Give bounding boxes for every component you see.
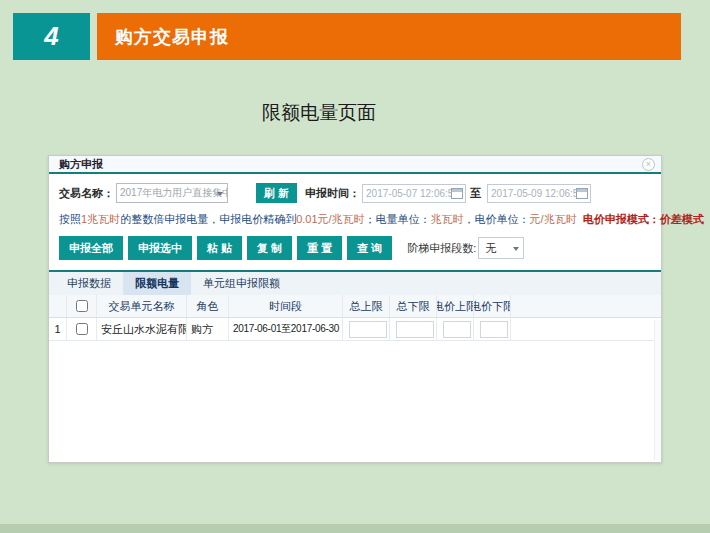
header-unit-name: 交易单元名称 (97, 295, 187, 317)
row-index: 1 (49, 318, 67, 340)
note-text: 的整数倍申报电量，申报电价精确到 (120, 213, 296, 225)
time-to-input[interactable]: 2017-05-09 12:06:57 (487, 184, 591, 203)
note-value: 兆瓦时 (431, 213, 464, 225)
table-header-row: 交易单元名称 角色 时间段 总上限 总下限 电价上限 电价下限 (49, 295, 661, 318)
header-price-lower: 电价下限 (474, 295, 511, 317)
tab-strip: 申报数据 限额电量 单元组申报限额 (49, 270, 661, 295)
transaction-name-value: 2017年电力用户直接集中交易模拟 (120, 187, 228, 198)
app-window: 购方申报 × 交易名称： 2017年电力用户直接集中交易模拟 刷 新 申报时间：… (48, 155, 662, 463)
window-title: 购方申报 (59, 157, 642, 172)
row-price-lower-cell (474, 318, 511, 340)
header-checkbox-cell (67, 295, 97, 317)
quota-table: 交易单元名称 角色 时间段 总上限 总下限 电价上限 电价下限 1 安丘山水水泥… (49, 295, 661, 341)
vertical-scrollbar[interactable] (654, 320, 661, 460)
paste-button[interactable]: 粘 贴 (197, 236, 242, 260)
section-title-bar: 购方交易申报 (97, 13, 681, 60)
declare-form-row: 交易名称： 2017年电力用户直接集中交易模拟 刷 新 申报时间： 2017-0… (49, 174, 661, 203)
query-button[interactable]: 查 询 (347, 236, 392, 260)
header-index (49, 295, 67, 317)
ladder-segments-label: 阶梯申报段数: (407, 241, 476, 256)
row-price-upper-cell (437, 318, 474, 340)
total-lower-input[interactable] (396, 321, 434, 338)
section-number: 4 (44, 21, 58, 52)
note-value: 1兆瓦时 (81, 213, 120, 225)
row-checkbox[interactable] (76, 323, 88, 335)
price-upper-input[interactable] (443, 321, 471, 338)
row-filler (511, 318, 661, 340)
slide-page: { "slide": { "section_number": "4", "sec… (0, 0, 710, 533)
note-text: 按照 (59, 213, 81, 225)
time-from-value: 2017-05-07 12:06:57 (366, 188, 451, 199)
declare-rule-note: 按照1兆瓦时的整数倍申报电量，申报电价精确到0.01元/兆瓦时；电量单位：兆瓦时… (49, 203, 661, 227)
toolbar: 申报全部 申报选中 粘 贴 复 制 重 置 查 询 阶梯申报段数: 无 (49, 227, 661, 260)
tab-quota-energy[interactable]: 限额电量 (123, 272, 191, 295)
close-icon[interactable]: × (642, 158, 655, 171)
note-value: 元/兆瓦时 (530, 213, 577, 225)
time-to-value: 2017-05-09 12:06:57 (491, 188, 576, 199)
slide-footer-strip (0, 524, 710, 533)
ladder-segments-value: 无 (485, 242, 496, 254)
header-period: 时间段 (229, 295, 343, 317)
section-title: 购方交易申报 (115, 25, 229, 49)
chevron-down-icon (513, 247, 519, 251)
select-all-checkbox[interactable] (76, 300, 88, 312)
declare-time-label: 申报时间： (305, 186, 360, 201)
copy-button[interactable]: 复 制 (247, 236, 292, 260)
window-content: 交易名称： 2017年电力用户直接集中交易模拟 刷 新 申报时间： 2017-0… (49, 174, 661, 460)
row-unit-name: 安丘山水水泥有限公司 (97, 318, 187, 340)
calendar-icon[interactable] (451, 188, 463, 199)
price-lower-input[interactable] (480, 321, 508, 338)
header-filler (511, 295, 661, 317)
declare-all-button[interactable]: 申报全部 (59, 236, 123, 260)
table-row: 1 安丘山水水泥有限公司 购方 2017-06-01至2017-06-30 (49, 318, 661, 341)
row-period: 2017-06-01至2017-06-30 (229, 318, 343, 340)
tab-unit-group-quota[interactable]: 单元组申报限额 (191, 272, 292, 295)
declare-selected-button[interactable]: 申报选中 (128, 236, 192, 260)
time-from-input[interactable]: 2017-05-07 12:06:57 (362, 184, 466, 203)
transaction-name-label: 交易名称： (59, 186, 114, 201)
reset-button[interactable]: 重 置 (297, 236, 342, 260)
ladder-segments-select[interactable]: 无 (478, 237, 524, 259)
header-total-lower: 总下限 (390, 295, 437, 317)
header-total-upper: 总上限 (343, 295, 390, 317)
row-checkbox-cell (67, 318, 97, 340)
refresh-button[interactable]: 刷 新 (256, 183, 297, 203)
window-titlebar: 购方申报 × (49, 156, 661, 174)
total-upper-input[interactable] (349, 321, 387, 338)
note-text: ；电量单位： (365, 213, 431, 225)
to-label: 至 (470, 186, 481, 201)
header-price-upper: 电价上限 (437, 295, 474, 317)
row-total-upper-cell (343, 318, 390, 340)
note-value: 0.01元/兆瓦时 (296, 213, 364, 225)
note-text: ，电价单位： (464, 213, 530, 225)
section-number-box: 4 (13, 13, 90, 60)
header-role: 角色 (187, 295, 229, 317)
tab-declare-data[interactable]: 申报数据 (55, 272, 123, 295)
transaction-name-select[interactable]: 2017年电力用户直接集中交易模拟 (116, 183, 228, 203)
row-total-lower-cell (390, 318, 437, 340)
row-role: 购方 (187, 318, 229, 340)
calendar-icon[interactable] (576, 188, 588, 199)
chevron-down-icon (217, 192, 223, 196)
page-caption: 限额电量页面 (262, 100, 376, 126)
note-price-mode: 电价申报模式：价差模式 (583, 213, 704, 225)
